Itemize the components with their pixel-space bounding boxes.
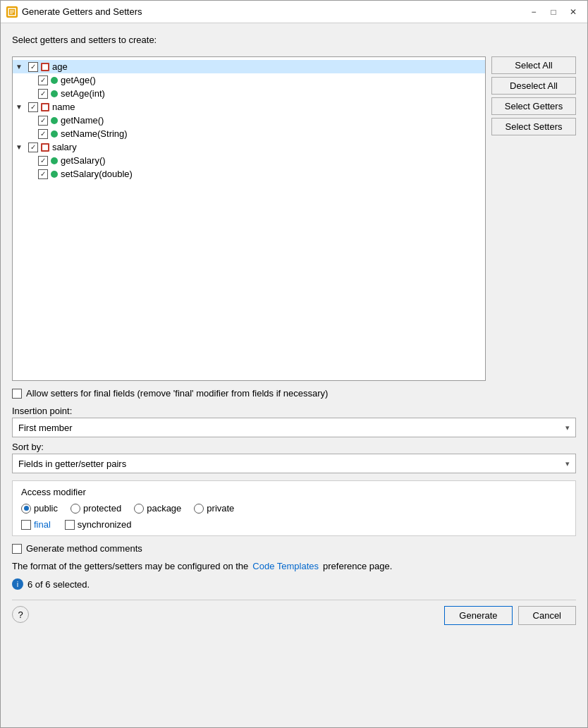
radio-public-circle[interactable] (21, 504, 31, 514)
method-icon-setname (51, 131, 58, 138)
checkbox-age[interactable]: ✓ (28, 62, 38, 72)
expand-arrow-age: ▼ (16, 63, 27, 71)
tree-item-setname[interactable]: ✓ setName(String) (13, 127, 485, 140)
final-item[interactable]: final (21, 519, 51, 530)
sort-by-value: Fields in getter/setter pairs (18, 459, 126, 469)
radio-public[interactable]: public (21, 503, 58, 514)
generate-comments-label: Generate method comments (26, 543, 142, 554)
dialog-content: Select getters and setters to create: ▼ … (1, 23, 587, 727)
radio-private-circle[interactable] (194, 504, 204, 514)
sort-by-field: Sort by: Fields in getter/setter pairs ▾ (12, 442, 576, 473)
method-icon-setsalary (51, 171, 58, 178)
preference-page-text: preference page. (323, 561, 392, 571)
radio-private-label: private (207, 503, 234, 514)
method-icon-setage (51, 90, 58, 97)
allow-setters-checkbox[interactable] (12, 389, 22, 399)
insertion-point-arrow: ▾ (565, 423, 570, 432)
tree-item-setsalary[interactable]: ✓ setSalary(double) (13, 167, 485, 181)
label-getage: getAge() (61, 75, 96, 85)
allow-setters-label: Allow setters for final fields (remove '… (26, 388, 328, 399)
maximize-button[interactable]: □ (545, 5, 562, 19)
cancel-button[interactable]: Cancel (518, 606, 576, 625)
sort-by-dropdown[interactable]: Fields in getter/setter pairs ▾ (12, 454, 576, 473)
radio-protected-label: protected (83, 503, 121, 514)
radio-private[interactable]: private (194, 503, 234, 514)
checkbox-setage[interactable]: ✓ (38, 89, 48, 99)
select-getters-button[interactable]: Select Getters (491, 97, 576, 115)
synchronized-checkbox[interactable] (65, 520, 75, 530)
method-icon-getsalary (51, 157, 58, 164)
tree-item-getage[interactable]: ✓ getAge() (13, 73, 485, 87)
select-setters-button[interactable]: Select Setters (491, 118, 576, 135)
checkbox-setsalary[interactable]: ✓ (38, 169, 48, 179)
tree-item-getsalary[interactable]: ✓ getSalary() (13, 154, 485, 167)
minimize-button[interactable]: − (525, 5, 542, 19)
checkbox-getname[interactable]: ✓ (38, 116, 48, 126)
window-title: Generate Getters and Setters (22, 6, 525, 17)
window-icon (6, 6, 18, 18)
field-icon-name (41, 103, 49, 111)
checkbox-setname[interactable]: ✓ (38, 129, 48, 139)
label-getname: getName() (61, 115, 104, 126)
tree-section: ▼ ✓ age ✓ getAge() ✓ setAge(int) (12, 56, 576, 381)
label-setsalary: setSalary(double) (61, 169, 133, 179)
dialog-window: Generate Getters and Setters − □ ✕ Selec… (0, 0, 588, 728)
info-text: The format of the getters/setters may be… (12, 561, 248, 571)
tree-item-setage[interactable]: ✓ setAge(int) (13, 87, 485, 100)
radio-protected-circle[interactable] (71, 504, 80, 514)
synchronized-item[interactable]: synchronized (65, 519, 132, 530)
final-label: final (34, 519, 51, 530)
checkbox-getage[interactable]: ✓ (38, 75, 48, 85)
label-getsalary: getSalary() (61, 155, 106, 166)
generate-comments-row[interactable]: Generate method comments (12, 543, 576, 554)
insertion-point-field: Insertion point: First member ▾ (12, 406, 576, 437)
tree-item-age-parent[interactable]: ▼ ✓ age (13, 60, 485, 73)
radio-package-circle[interactable] (134, 504, 144, 514)
generate-comments-checkbox[interactable] (12, 544, 22, 554)
tree-item-salary-parent[interactable]: ▼ ✓ salary (13, 140, 485, 154)
window-controls: − □ ✕ (525, 5, 582, 19)
info-row: The format of the getters/setters may be… (12, 561, 576, 571)
sort-by-label: Sort by: (12, 442, 576, 452)
checkbox-name[interactable]: ✓ (28, 102, 38, 112)
tree-item-name-parent[interactable]: ▼ ✓ name (13, 100, 485, 114)
radio-package[interactable]: package (134, 503, 181, 514)
title-bar: Generate Getters and Setters − □ ✕ (1, 1, 587, 23)
insertion-point-label: Insertion point: (12, 406, 576, 416)
deselect-all-button[interactable]: Deselect All (491, 77, 576, 95)
method-icon-getname (51, 117, 58, 124)
field-icon-salary (41, 143, 49, 152)
info-icon: i (12, 578, 23, 590)
code-templates-link[interactable]: Code Templates (252, 561, 319, 571)
label-setname: setName(String) (61, 128, 128, 139)
radio-protected[interactable]: protected (71, 503, 121, 514)
checkbox-salary[interactable]: ✓ (28, 142, 38, 152)
access-modifier-section: Access modifier public protected package… (12, 480, 576, 536)
synchronized-label: synchronized (78, 519, 132, 530)
method-icon-getage (51, 77, 58, 84)
section-label: Select getters and setters to create: (12, 35, 576, 45)
insertion-point-section: Insertion point: First member ▾ Sort by:… (12, 406, 576, 473)
checkbox-getsalary[interactable]: ✓ (38, 156, 48, 166)
select-all-button[interactable]: Select All (491, 56, 576, 74)
member-tree[interactable]: ▼ ✓ age ✓ getAge() ✓ setAge(int) (12, 56, 486, 381)
side-buttons: Select All Deselect All Select Getters S… (491, 56, 576, 135)
sort-by-arrow: ▾ (565, 459, 570, 468)
allow-setters-row[interactable]: Allow setters for final fields (remove '… (12, 388, 576, 399)
final-checkbox[interactable] (21, 520, 31, 530)
modifiers-row: final synchronized (21, 519, 567, 530)
expand-arrow-name: ▼ (16, 103, 27, 111)
generate-button[interactable]: Generate (444, 606, 512, 625)
tree-item-getname[interactable]: ✓ getName() (13, 114, 485, 127)
label-setage: setAge(int) (61, 88, 105, 99)
insertion-point-dropdown[interactable]: First member ▾ (12, 418, 576, 437)
expand-arrow-salary: ▼ (16, 143, 27, 151)
close-button[interactable]: ✕ (565, 5, 582, 19)
access-modifier-label: Access modifier (21, 487, 567, 497)
label-salary: salary (52, 142, 77, 152)
help-button[interactable]: ? (12, 606, 29, 623)
radio-package-label: package (147, 503, 181, 514)
selected-count: 6 of 6 selected. (27, 579, 90, 590)
insertion-point-value: First member (18, 423, 73, 433)
label-age: age (52, 61, 68, 72)
